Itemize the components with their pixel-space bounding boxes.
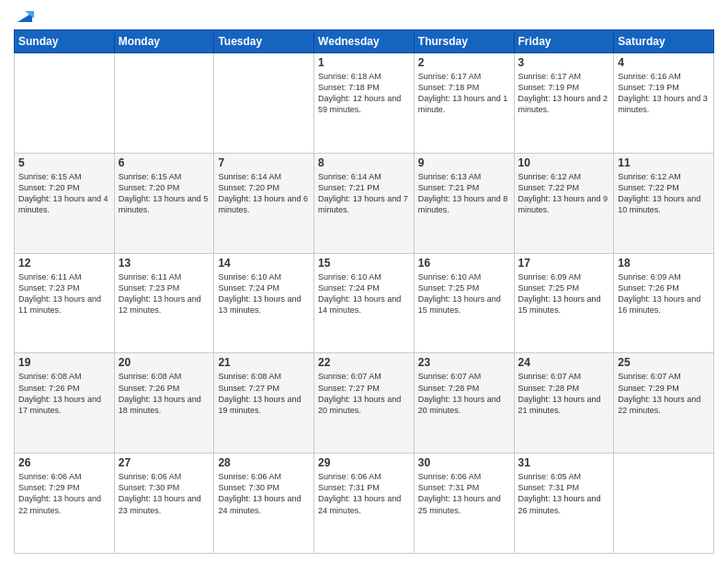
- day-number: 8: [318, 156, 410, 169]
- calendar-cell: 29Sunrise: 6:06 AMSunset: 7:31 PMDayligh…: [314, 454, 415, 554]
- day-info: Sunrise: 6:12 AMSunset: 7:22 PMDaylight:…: [518, 171, 610, 216]
- calendar-cell: 16Sunrise: 6:10 AMSunset: 7:25 PMDayligh…: [414, 253, 514, 353]
- day-number: 17: [518, 257, 610, 270]
- day-info: Sunrise: 6:07 AMSunset: 7:28 PMDaylight:…: [518, 371, 610, 416]
- calendar-cell: 1Sunrise: 6:18 AMSunset: 7:18 PMDaylight…: [314, 53, 415, 154]
- weekday-header-wednesday: Wednesday: [314, 30, 415, 53]
- calendar-cell: 22Sunrise: 6:07 AMSunset: 7:27 PMDayligh…: [314, 353, 415, 454]
- calendar-cell: 14Sunrise: 6:10 AMSunset: 7:24 PMDayligh…: [214, 253, 314, 353]
- day-info: Sunrise: 6:09 AMSunset: 7:26 PMDaylight:…: [618, 271, 710, 316]
- calendar-cell: 8Sunrise: 6:14 AMSunset: 7:21 PMDaylight…: [314, 153, 415, 253]
- weekday-header-friday: Friday: [514, 30, 614, 53]
- day-info: Sunrise: 6:06 AMSunset: 7:31 PMDaylight:…: [418, 471, 510, 516]
- calendar-cell: [114, 53, 214, 154]
- day-info: Sunrise: 6:18 AMSunset: 7:18 PMDaylight:…: [318, 71, 410, 116]
- day-info: Sunrise: 6:17 AMSunset: 7:19 PMDaylight:…: [518, 71, 610, 116]
- calendar-cell: 28Sunrise: 6:06 AMSunset: 7:30 PMDayligh…: [214, 454, 314, 554]
- day-info: Sunrise: 6:06 AMSunset: 7:30 PMDaylight:…: [218, 471, 310, 516]
- day-number: 11: [618, 156, 710, 169]
- logo: [14, 9, 34, 24]
- calendar-week-5: 26Sunrise: 6:06 AMSunset: 7:29 PMDayligh…: [15, 454, 714, 554]
- calendar-cell: 11Sunrise: 6:12 AMSunset: 7:22 PMDayligh…: [614, 153, 714, 253]
- calendar-cell: 24Sunrise: 6:07 AMSunset: 7:28 PMDayligh…: [514, 353, 614, 454]
- day-info: Sunrise: 6:15 AMSunset: 7:20 PMDaylight:…: [119, 171, 210, 216]
- day-info: Sunrise: 6:15 AMSunset: 7:20 PMDaylight:…: [18, 171, 110, 216]
- day-info: Sunrise: 6:14 AMSunset: 7:21 PMDaylight:…: [318, 171, 410, 216]
- day-info: Sunrise: 6:07 AMSunset: 7:27 PMDaylight:…: [318, 371, 410, 416]
- day-number: 13: [119, 257, 210, 270]
- calendar-week-3: 12Sunrise: 6:11 AMSunset: 7:23 PMDayligh…: [15, 253, 714, 353]
- calendar-cell: 18Sunrise: 6:09 AMSunset: 7:26 PMDayligh…: [614, 253, 714, 353]
- day-number: 24: [518, 356, 610, 369]
- calendar-cell: 13Sunrise: 6:11 AMSunset: 7:23 PMDayligh…: [114, 253, 214, 353]
- calendar-cell: 12Sunrise: 6:11 AMSunset: 7:23 PMDayligh…: [15, 253, 115, 353]
- calendar-cell: 9Sunrise: 6:13 AMSunset: 7:21 PMDaylight…: [414, 153, 514, 253]
- day-number: 31: [518, 456, 610, 469]
- day-number: 7: [218, 156, 310, 169]
- calendar-cell: 27Sunrise: 6:06 AMSunset: 7:30 PMDayligh…: [114, 454, 214, 554]
- calendar-cell: 26Sunrise: 6:06 AMSunset: 7:29 PMDayligh…: [15, 454, 115, 554]
- day-number: 18: [618, 257, 710, 270]
- day-info: Sunrise: 6:06 AMSunset: 7:31 PMDaylight:…: [318, 471, 410, 516]
- weekday-row: SundayMondayTuesdayWednesdayThursdayFrid…: [15, 30, 714, 53]
- weekday-header-saturday: Saturday: [614, 30, 714, 53]
- calendar-cell: 19Sunrise: 6:08 AMSunset: 7:26 PMDayligh…: [15, 353, 115, 454]
- day-number: 5: [18, 156, 110, 169]
- header: [14, 9, 714, 24]
- day-number: 1: [318, 56, 410, 69]
- calendar-cell: [214, 53, 314, 154]
- day-info: Sunrise: 6:06 AMSunset: 7:29 PMDaylight:…: [18, 471, 110, 516]
- logo-icon: [16, 9, 34, 24]
- calendar-cell: 21Sunrise: 6:08 AMSunset: 7:27 PMDayligh…: [214, 353, 314, 454]
- calendar-cell: [614, 454, 714, 554]
- day-number: 10: [518, 156, 610, 169]
- day-info: Sunrise: 6:11 AMSunset: 7:23 PMDaylight:…: [18, 271, 110, 316]
- day-info: Sunrise: 6:06 AMSunset: 7:30 PMDaylight:…: [119, 471, 210, 516]
- day-number: 12: [18, 257, 110, 270]
- calendar-cell: [15, 53, 115, 154]
- day-info: Sunrise: 6:12 AMSunset: 7:22 PMDaylight:…: [618, 171, 710, 216]
- day-number: 28: [218, 456, 310, 469]
- day-number: 15: [318, 257, 410, 270]
- day-number: 6: [119, 156, 210, 169]
- calendar-table: SundayMondayTuesdayWednesdayThursdayFrid…: [14, 29, 714, 554]
- day-number: 22: [318, 356, 410, 369]
- day-info: Sunrise: 6:10 AMSunset: 7:24 PMDaylight:…: [318, 271, 410, 316]
- calendar-cell: 10Sunrise: 6:12 AMSunset: 7:22 PMDayligh…: [514, 153, 614, 253]
- day-info: Sunrise: 6:07 AMSunset: 7:28 PMDaylight:…: [418, 371, 510, 416]
- day-number: 14: [218, 257, 310, 270]
- day-number: 25: [618, 356, 710, 369]
- day-info: Sunrise: 6:14 AMSunset: 7:20 PMDaylight:…: [218, 171, 310, 216]
- calendar-cell: 23Sunrise: 6:07 AMSunset: 7:28 PMDayligh…: [414, 353, 514, 454]
- day-number: 9: [418, 156, 510, 169]
- weekday-header-tuesday: Tuesday: [214, 30, 314, 53]
- calendar-cell: 15Sunrise: 6:10 AMSunset: 7:24 PMDayligh…: [314, 253, 415, 353]
- day-number: 2: [418, 56, 510, 69]
- day-info: Sunrise: 6:05 AMSunset: 7:31 PMDaylight:…: [518, 471, 610, 516]
- calendar-cell: 7Sunrise: 6:14 AMSunset: 7:20 PMDaylight…: [214, 153, 314, 253]
- day-info: Sunrise: 6:13 AMSunset: 7:21 PMDaylight:…: [418, 171, 510, 216]
- calendar-cell: 2Sunrise: 6:17 AMSunset: 7:18 PMDaylight…: [414, 53, 514, 154]
- calendar-cell: 17Sunrise: 6:09 AMSunset: 7:25 PMDayligh…: [514, 253, 614, 353]
- calendar-week-1: 1Sunrise: 6:18 AMSunset: 7:18 PMDaylight…: [15, 53, 714, 154]
- day-info: Sunrise: 6:11 AMSunset: 7:23 PMDaylight:…: [119, 271, 210, 316]
- calendar-cell: 3Sunrise: 6:17 AMSunset: 7:19 PMDaylight…: [514, 53, 614, 154]
- day-number: 20: [119, 356, 210, 369]
- calendar-cell: 25Sunrise: 6:07 AMSunset: 7:29 PMDayligh…: [614, 353, 714, 454]
- weekday-header-sunday: Sunday: [15, 30, 115, 53]
- day-number: 3: [518, 56, 610, 69]
- day-number: 26: [18, 456, 110, 469]
- calendar-cell: 6Sunrise: 6:15 AMSunset: 7:20 PMDaylight…: [114, 153, 214, 253]
- calendar-cell: 20Sunrise: 6:08 AMSunset: 7:26 PMDayligh…: [114, 353, 214, 454]
- calendar-week-2: 5Sunrise: 6:15 AMSunset: 7:20 PMDaylight…: [15, 153, 714, 253]
- calendar-page: SundayMondayTuesdayWednesdayThursdayFrid…: [0, 0, 728, 563]
- weekday-header-monday: Monday: [114, 30, 214, 53]
- calendar-cell: 31Sunrise: 6:05 AMSunset: 7:31 PMDayligh…: [514, 454, 614, 554]
- day-number: 4: [618, 56, 710, 69]
- day-number: 30: [418, 456, 510, 469]
- day-info: Sunrise: 6:07 AMSunset: 7:29 PMDaylight:…: [618, 371, 710, 416]
- day-info: Sunrise: 6:09 AMSunset: 7:25 PMDaylight:…: [518, 271, 610, 316]
- day-info: Sunrise: 6:08 AMSunset: 7:26 PMDaylight:…: [18, 371, 110, 416]
- calendar-cell: 4Sunrise: 6:16 AMSunset: 7:19 PMDaylight…: [614, 53, 714, 154]
- day-info: Sunrise: 6:10 AMSunset: 7:24 PMDaylight:…: [218, 271, 310, 316]
